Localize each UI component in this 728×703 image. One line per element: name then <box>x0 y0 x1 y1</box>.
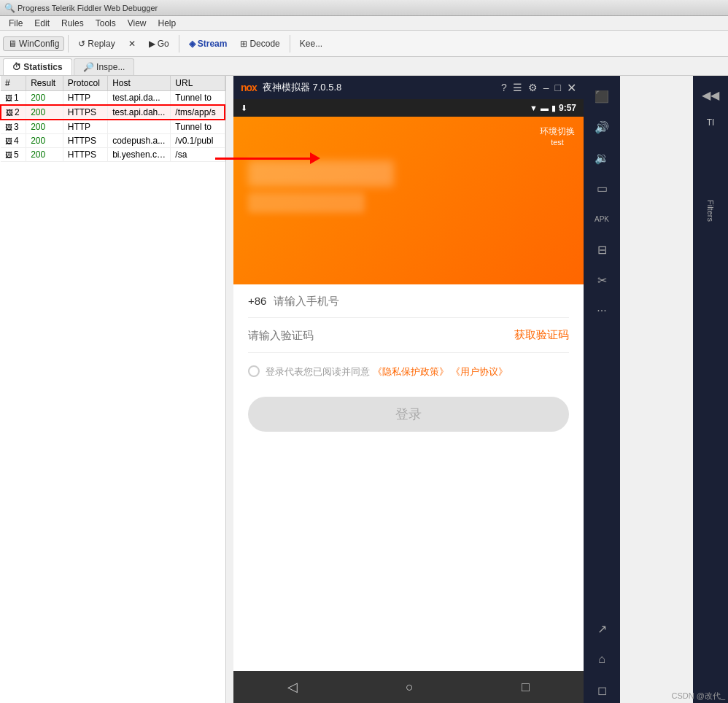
stream-icon: ◈ <box>189 39 195 49</box>
agreement-checkbox[interactable] <box>248 365 260 377</box>
winconfig-label: WinConfig <box>19 39 59 49</box>
tab-statistics[interactable]: ⏱ Statistics <box>3 58 72 75</box>
android-status-bar: ⬇ ▼ ▬ ▮ 9:57 <box>233 99 584 117</box>
x-icon: ✕ <box>128 39 136 49</box>
replay-button[interactable]: ↺ Replay <box>72 36 120 52</box>
arrow-head <box>310 152 320 164</box>
csdn-watermark: CSDN @改代_ <box>671 691 725 702</box>
replay-label: Replay <box>88 39 115 49</box>
phone-input[interactable] <box>274 295 569 307</box>
tab-statistics-label: Statistics <box>23 62 62 72</box>
cell-id: 🖼3 <box>1 120 26 134</box>
code-field[interactable]: 获取验证码 <box>248 318 569 353</box>
sidebar-cut-icon[interactable]: ✂ <box>589 267 615 293</box>
cell-host: codepush.a... <box>108 134 171 148</box>
cell-host: bi.yeshen.com <box>108 148 171 162</box>
sidebar-volume-up-icon[interactable]: 🔊 <box>589 114 615 140</box>
sidebar-square-icon[interactable]: ◻ <box>589 677 615 703</box>
app-header: 环境切换 test <box>233 117 584 284</box>
emulator-help-icon[interactable]: ? <box>501 82 507 93</box>
stream-label: Stream <box>198 39 228 49</box>
code-input[interactable] <box>248 329 514 341</box>
tab-inspectors-label: Inspe... <box>96 62 125 72</box>
cell-result: 200 <box>26 105 63 120</box>
app-title: Progress Telerik Fiddler Web Debugger <box>18 4 158 12</box>
winconfig-button[interactable]: 🖥 WinConfig <box>3 36 64 51</box>
emulator-sidebar: ⬛ 🔊 🔉 ▭ APK ⊟ ✂ ··· ↗ ⌂ ◻ <box>584 76 620 703</box>
cell-host <box>108 120 171 134</box>
menu-tools[interactable]: Tools <box>90 17 122 30</box>
recent-nav-button[interactable]: □ <box>522 680 530 695</box>
table-row[interactable]: 🖼5 200 HTTPS bi.yeshen.com /sa <box>1 148 225 162</box>
sidebar-more-icon[interactable]: ··· <box>589 298 615 324</box>
go-label: Go <box>158 39 169 49</box>
status-left-icons: ⬇ <box>241 104 247 113</box>
far-right-arrows-icon[interactable]: ◀◀ <box>697 82 724 108</box>
cell-protocol: HTTP <box>63 91 107 106</box>
inspectors-icon: 🔎 <box>83 62 94 72</box>
go-button[interactable]: ▶ Go <box>143 36 175 52</box>
keep-label: Kee... <box>300 39 322 49</box>
sidebar-volume-down-icon[interactable]: 🔉 <box>589 144 615 171</box>
phone-prefix: +86 <box>248 295 266 307</box>
cell-url: Tunnel to <box>171 91 225 106</box>
far-right-ti-icon[interactable]: TI <box>697 109 724 136</box>
decode-button[interactable]: ⊞ Decode <box>234 36 285 52</box>
title-bar: 🔍 Progress Telerik Fiddler Web Debugger <box>0 0 728 16</box>
col-header-id[interactable]: # <box>1 76 26 91</box>
tab-inspectors[interactable]: 🔎 Inspe... <box>74 58 135 75</box>
col-header-result[interactable]: Result <box>26 76 63 91</box>
arrow-line <box>215 158 310 160</box>
x-button[interactable]: ✕ <box>123 36 142 52</box>
get-code-button[interactable]: 获取验证码 <box>514 328 569 342</box>
cell-result: 200 <box>26 91 63 106</box>
phone-field[interactable]: +86 <box>248 284 569 318</box>
emulator-max-icon[interactable]: □ <box>555 82 561 93</box>
tab-bar: ⏱ Statistics 🔎 Inspe... <box>0 57 728 76</box>
user-link[interactable]: 《用户协议》 <box>451 366 508 377</box>
cell-protocol: HTTPS <box>63 105 107 120</box>
agreement-row: 登录代表您已阅读并同意 《隐私保护政策》 《用户协议》 <box>248 365 569 379</box>
emulator-logo: nox <box>241 82 257 93</box>
back-nav-button[interactable]: ◁ <box>287 679 298 695</box>
emulator-menu-icon[interactable]: ☰ <box>513 82 522 93</box>
emulator-min-icon[interactable]: – <box>543 82 549 93</box>
sidebar-home2-icon[interactable]: ⌂ <box>589 646 615 672</box>
cell-id: 🖼4 <box>1 134 26 148</box>
emulator-settings-icon[interactable]: ⚙ <box>528 82 538 93</box>
env-switch[interactable]: 环境切换 test <box>540 125 575 147</box>
download-icon: ⬇ <box>241 104 247 113</box>
session-table: # Result Protocol Host URL 🖼1 200 HTTP t… <box>0 76 225 162</box>
menu-edit[interactable]: Edit <box>28 17 55 30</box>
table-row[interactable]: 🖼3 200 HTTP Tunnel to <box>1 120 225 134</box>
toolbar-separator-3 <box>290 35 290 53</box>
android-nav-bar: ◁ ○ □ <box>233 671 584 703</box>
stream-button[interactable]: ◈ Stream <box>183 36 233 52</box>
main-area: # Result Protocol Host URL 🖼1 200 HTTP t… <box>0 76 728 703</box>
menu-view[interactable]: View <box>122 17 152 30</box>
home-nav-button[interactable]: ○ <box>406 680 414 695</box>
agreement-text: 登录代表您已阅读并同意 《隐私保护政策》 《用户协议》 <box>266 365 508 379</box>
menu-help[interactable]: Help <box>152 17 182 30</box>
col-header-host[interactable]: Host <box>108 76 171 91</box>
sidebar-screen-icon[interactable]: ▭ <box>589 175 615 201</box>
cell-protocol: HTTPS <box>63 148 107 162</box>
table-row[interactable]: 🖼1 200 HTTP test.api.da... Tunnel to <box>1 91 225 106</box>
login-button[interactable]: 登录 <box>248 397 569 432</box>
replay-icon: ↺ <box>78 39 85 49</box>
emulator-close-icon[interactable]: ✕ <box>567 81 576 95</box>
sidebar-apps-icon[interactable]: ⊟ <box>589 236 615 263</box>
menu-file[interactable]: File <box>3 17 28 30</box>
sidebar-expand-icon[interactable]: ⬛ <box>589 83 615 109</box>
sidebar-share-icon[interactable]: ↗ <box>589 615 615 642</box>
col-header-url[interactable]: URL <box>171 76 225 91</box>
table-row[interactable]: 🖼4 200 HTTPS codepush.a... /v0.1/publ <box>1 134 225 148</box>
wifi-icon: ▼ <box>530 104 538 112</box>
privacy-link[interactable]: 《隐私保护政策》 <box>373 366 449 377</box>
sidebar-apk-icon[interactable]: APK <box>589 206 615 232</box>
menu-rules[interactable]: Rules <box>55 17 90 30</box>
col-header-protocol[interactable]: Protocol <box>63 76 107 91</box>
signal-icon: ▬ <box>541 104 549 112</box>
keep-button[interactable]: Kee... <box>294 36 328 52</box>
table-row[interactable]: 🖼2 200 HTTPS test.api.dah... /tms/app/s <box>1 105 225 120</box>
